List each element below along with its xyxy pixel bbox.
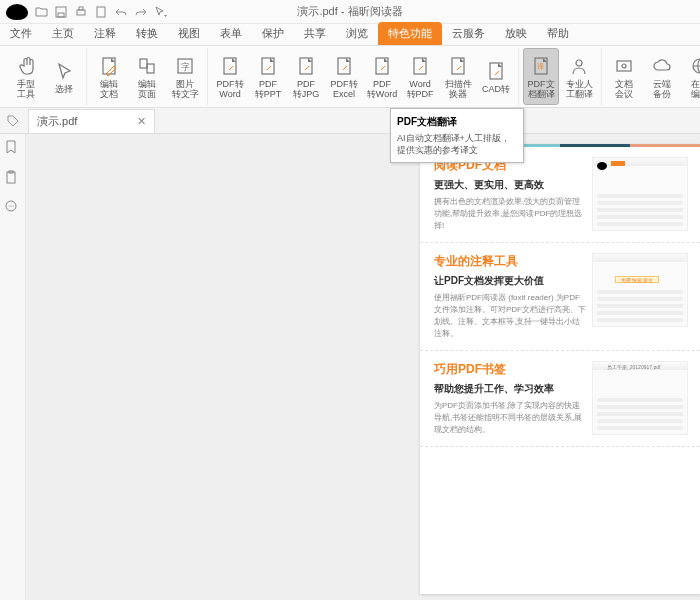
to-ppt-icon bbox=[257, 55, 279, 77]
hand-icon bbox=[15, 55, 37, 77]
ribbon-edit-page[interactable]: 编辑 页面 bbox=[129, 48, 165, 105]
section-body: 拥有出色的文档渲染效果,强大的页面管理功能,帮助提升效率,是您阅读PDF的理想选… bbox=[434, 196, 586, 232]
ribbon-ocr[interactable]: 字图片 转文字 bbox=[167, 48, 203, 105]
ocr-icon: 字 bbox=[174, 55, 196, 77]
cloud-icon bbox=[651, 55, 673, 77]
ribbon-cloud[interactable]: 云端 备份 bbox=[644, 48, 680, 105]
tooltip-title: PDF文档翻译 bbox=[397, 115, 517, 129]
cad-icon bbox=[485, 60, 507, 82]
menu-item-1[interactable]: 主页 bbox=[42, 22, 84, 45]
ribbon-translate[interactable]: 译PDF文 档翻译 bbox=[523, 48, 559, 105]
thumbnail bbox=[592, 157, 688, 231]
svg-rect-7 bbox=[147, 64, 154, 73]
svg-text:字: 字 bbox=[181, 62, 190, 72]
undo-icon[interactable] bbox=[114, 5, 128, 19]
ribbon-meeting[interactable]: 文档 会议 bbox=[606, 48, 642, 105]
section-subtitle: 让PDF文档发挥更大价值 bbox=[434, 274, 586, 288]
bookmark-icon[interactable] bbox=[5, 140, 21, 156]
svg-rect-21 bbox=[617, 61, 631, 71]
section-subtitle: 帮助您提升工作、学习效率 bbox=[434, 382, 586, 396]
ribbon-to-ppt[interactable]: PDF 转PPT bbox=[250, 48, 286, 105]
ribbon-to-word2[interactable]: PDF 转Word bbox=[364, 48, 400, 105]
menu-item-6[interactable]: 保护 bbox=[252, 22, 294, 45]
svg-text:译: 译 bbox=[537, 63, 544, 70]
ribbon: 手型 工具选择编辑 文档编辑 页面字图片 转文字PDF转 WordPDF 转PP… bbox=[0, 46, 700, 108]
menu-item-7[interactable]: 共享 bbox=[294, 22, 336, 45]
ribbon-edit-doc[interactable]: 编辑 文档 bbox=[91, 48, 127, 105]
new-icon[interactable] bbox=[94, 5, 108, 19]
print-icon[interactable] bbox=[74, 5, 88, 19]
online-edit-icon bbox=[689, 55, 700, 77]
menu-item-12[interactable]: 帮助 bbox=[537, 22, 579, 45]
page-section-2: 巧用PDF书签帮助您提升工作、学习效率为PDF页面添加书签,除了实现内容的快速导… bbox=[420, 351, 700, 447]
page-section-1: 专业的注释工具让PDF文档发挥更大价值使用福昕PDF阅读器 (foxit rea… bbox=[420, 243, 700, 351]
comment-icon[interactable] bbox=[5, 200, 21, 216]
sidebar bbox=[0, 134, 26, 600]
human-trans-icon bbox=[568, 55, 590, 77]
section-subtitle: 更强大、更实用、更高效 bbox=[434, 178, 586, 192]
workspace: 阅读PDF文档更强大、更实用、更高效拥有出色的文档渲染效果,强大的页面管理功能,… bbox=[0, 134, 700, 600]
menu-item-10[interactable]: 云服务 bbox=[442, 22, 495, 45]
tag-icon[interactable] bbox=[6, 114, 20, 128]
menu-bar: 文件主页注释转换视图表单保护共享浏览特色功能云服务放映帮助 bbox=[0, 24, 700, 46]
edit-page-icon bbox=[136, 55, 158, 77]
svg-point-38 bbox=[8, 205, 9, 206]
svg-rect-4 bbox=[97, 7, 105, 17]
title-bar: 演示.pdf - 福昕阅读器 bbox=[0, 0, 700, 24]
to-xls-icon bbox=[333, 55, 355, 77]
svg-rect-35 bbox=[7, 172, 15, 183]
translate-icon: 译 bbox=[530, 55, 552, 77]
ribbon-to-word[interactable]: PDF转 Word bbox=[212, 48, 248, 105]
svg-rect-1 bbox=[58, 13, 64, 17]
open-icon[interactable] bbox=[34, 5, 48, 19]
from-word-icon bbox=[409, 55, 431, 77]
menu-item-8[interactable]: 浏览 bbox=[336, 22, 378, 45]
redo-icon[interactable] bbox=[134, 5, 148, 19]
menu-item-11[interactable]: 放映 bbox=[495, 22, 537, 45]
svg-point-40 bbox=[12, 205, 13, 206]
menu-item-4[interactable]: 视图 bbox=[168, 22, 210, 45]
menu-item-3[interactable]: 转换 bbox=[126, 22, 168, 45]
document-tab[interactable]: 演示.pdf ✕ bbox=[28, 109, 155, 133]
tooltip: PDF文档翻译 AI自动文档翻译+人工排版，提供实惠的参考译文 bbox=[390, 108, 524, 163]
tooltip-body: AI自动文档翻译+人工排版，提供实惠的参考译文 bbox=[397, 132, 517, 156]
cursor-dropdown-icon[interactable] bbox=[154, 5, 168, 19]
ribbon-online-edit[interactable]: 在线 编辑 bbox=[682, 48, 700, 105]
page-canvas[interactable]: 阅读PDF文档更强大、更实用、更高效拥有出色的文档渲染效果,强大的页面管理功能,… bbox=[26, 134, 700, 600]
menu-item-0[interactable]: 文件 bbox=[0, 22, 42, 45]
ribbon-cad[interactable]: CAD转 bbox=[478, 48, 514, 105]
ribbon-scan[interactable]: 扫描件 换器 bbox=[440, 48, 476, 105]
menu-item-5[interactable]: 表单 bbox=[210, 22, 252, 45]
scan-icon bbox=[447, 55, 469, 77]
svg-rect-3 bbox=[79, 7, 83, 10]
menu-item-9[interactable]: 特色功能 bbox=[378, 22, 442, 45]
to-word-icon bbox=[219, 55, 241, 77]
pdf-page: 阅读PDF文档更强大、更实用、更高效拥有出色的文档渲染效果,强大的页面管理功能,… bbox=[420, 144, 700, 594]
to-word2-icon bbox=[371, 55, 393, 77]
meeting-icon bbox=[613, 55, 635, 77]
svg-rect-2 bbox=[77, 10, 85, 15]
select-icon bbox=[53, 60, 75, 82]
ribbon-to-jpg[interactable]: PDF 转JPG bbox=[288, 48, 324, 105]
svg-point-39 bbox=[10, 205, 11, 206]
thumbnail: 员工手册_20120917.pdf bbox=[592, 361, 688, 435]
ribbon-hand[interactable]: 手型 工具 bbox=[8, 48, 44, 105]
svg-point-20 bbox=[576, 60, 582, 66]
ribbon-human-trans[interactable]: 专业人 工翻译 bbox=[561, 48, 597, 105]
svg-rect-6 bbox=[140, 59, 147, 68]
save-icon[interactable] bbox=[54, 5, 68, 19]
ribbon-select[interactable]: 选择 bbox=[46, 48, 82, 105]
section-title: 巧用PDF书签 bbox=[434, 361, 586, 378]
edit-doc-icon bbox=[98, 55, 120, 77]
ribbon-from-word[interactable]: Word 转PDF bbox=[402, 48, 438, 105]
to-jpg-icon bbox=[295, 55, 317, 77]
tab-label: 演示.pdf bbox=[37, 114, 77, 129]
ribbon-to-xls[interactable]: PDF转 Excel bbox=[326, 48, 362, 105]
thumbnail: 免费.快速.安全 bbox=[592, 253, 688, 327]
section-body: 为PDF页面添加书签,除了实现内容的快速导航,书签还能指明不同书签的层级关系,展… bbox=[434, 400, 586, 436]
document-tab-bar: 演示.pdf ✕ bbox=[0, 108, 700, 134]
close-icon[interactable]: ✕ bbox=[137, 115, 146, 128]
clipboard-icon[interactable] bbox=[5, 170, 21, 186]
menu-item-2[interactable]: 注释 bbox=[84, 22, 126, 45]
section-body: 使用福昕PDF阅读器 (foxit reader) 为PDF文件添加注释。可对P… bbox=[434, 292, 586, 340]
